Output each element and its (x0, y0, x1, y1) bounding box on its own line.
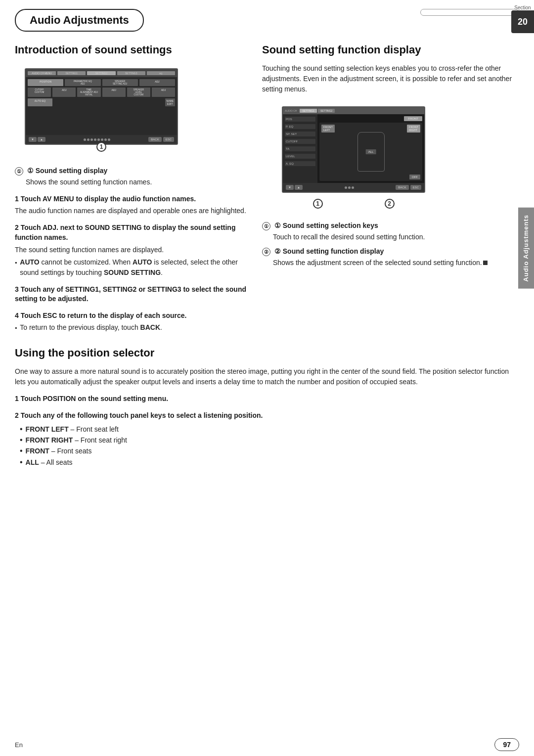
screen1-esc-btn: ESC (163, 137, 174, 142)
left-column: Introduction of sound settings AUDIO CH … (15, 37, 247, 333)
screen2-front-left: FRONTLEFT (321, 125, 335, 133)
section-label: Section (514, 5, 531, 10)
screen1-nav-arrows: ▼ ▲ (29, 137, 45, 142)
callout1-section: ① ① Sound setting display Shows the soun… (15, 167, 247, 187)
right-callout1-label: ① ① Sound setting selection keys (262, 222, 519, 230)
screen2-esc-btn: ESC (410, 185, 421, 190)
screen1-cell-spklv: SPEAKERLEVELCUSTOM (127, 88, 150, 97)
screen1-dots (84, 138, 110, 141)
step2-bullet: AUTO cannot be customized. When AUTO is … (15, 257, 247, 278)
right-callout2-section: ② ② Sound setting function display Shows… (262, 247, 519, 268)
end-square (483, 261, 488, 265)
screen1-dot3 (90, 138, 93, 141)
screen1-tab1: SETTING1 (57, 71, 86, 75)
step2-text: The sound setting function names are dis… (15, 245, 247, 255)
right-callout1-circle: ① (262, 222, 270, 230)
right-callout2-label: ② ② Sound setting function display (262, 247, 519, 256)
footer-page: 97 (494, 738, 519, 751)
screen2-dots (345, 186, 354, 189)
bullet-front-right: FRONT RIGHT – Front seat right (20, 435, 519, 445)
position-section: Using the position selector One way to a… (0, 333, 534, 468)
screen2-container: AUDIO CH SETTING1 SETTING2 POS P. EQ SP.… (272, 101, 425, 209)
screen1-extra: EQ (147, 71, 175, 75)
screen1-dot6 (101, 138, 103, 141)
screen1-topbar: AUDIO CH MENU SETTING1 SETTING2 SETTING3… (26, 69, 177, 77)
screen1-dot2 (87, 138, 89, 141)
screen1-cell-eq: PARAMETRIC EQADJ (65, 79, 100, 86)
screen2-diagram: FRONTLEFT FRONTRIGHT ALL OFF (319, 123, 422, 181)
rs-aeq: A. EQ (285, 161, 315, 166)
rs-cutoff: CUTOFF (285, 139, 315, 144)
screen2-audio-label: AUDIO CH (285, 109, 297, 112)
right-callout2-circle: ② (262, 248, 270, 256)
bullet-all: ALL – All seats (20, 457, 519, 468)
position-step2: 2 Touch any of the following touch panel… (15, 411, 519, 421)
screen2-image: AUDIO CH SETTING1 SETTING2 POS P. EQ SP.… (282, 106, 425, 193)
page-title: Audio Adjustments (15, 9, 144, 32)
step1-heading: 1 Touch AV MENU to display the audio fun… (15, 194, 247, 204)
right-column: Sound setting function display Touching … (262, 37, 519, 333)
screen2-right-panel: FRONT FRONTLEFT FRONTRIGHT ALL OFF (317, 114, 424, 183)
screen2-left-panel: POS P. EQ SP. SET CUTOFF TA LEVEL A. EQ (283, 114, 317, 183)
screen1-cell-adj3: ADJ (102, 88, 126, 97)
step4-bullet: To return to the previous display, touch… (15, 322, 247, 333)
footer-lang: En (15, 741, 23, 749)
screen1-row2: CUTOFFCUSTOM ADJ TIMEALIGNMENT ADJINITIA… (28, 88, 175, 97)
intro-section-title: Introduction of sound settings (15, 44, 247, 56)
side-tab: Audio Adjustments (518, 208, 534, 289)
screen2-top-btns: FRONT (319, 116, 422, 121)
callout1-text: Shows the sound setting function names. (26, 177, 247, 187)
position-section-title: Using the position selector (15, 347, 519, 359)
screen2-back-btn: BACK (396, 185, 408, 190)
screen1-esc-btns: BACK ESC (148, 137, 174, 142)
screen1-name-edit-btn: NAMEEDIT (165, 98, 175, 106)
screen2-off-btn: OFF (409, 175, 420, 179)
step2-heading: 2 Touch ADJ. next to SOUND SETTING to di… (15, 223, 247, 242)
rs-level: LEVEL (285, 154, 315, 159)
screen1-tab2: SETTING2 (87, 71, 115, 75)
screen1-dot8 (108, 138, 110, 141)
step4-heading: 4 Touch ESC to return to the display of … (15, 311, 247, 321)
screen1-body: POSITION PARAMETRIC EQADJ SPEAKERSETTING… (26, 77, 177, 135)
screen2-tab1: SETTING1 (300, 109, 316, 113)
screen1-dot4 (94, 138, 96, 141)
screen1-cell-cutoff: CUTOFFCUSTOM (28, 88, 51, 97)
rs-peq: P. EQ (285, 124, 315, 129)
sound-function-title: Sound setting function display (262, 44, 519, 56)
screen1-name-edit: NAMEEDIT (54, 98, 175, 106)
section-badge: Section 20 (511, 5, 534, 33)
right-callout1-section: ① ① Sound setting selection keys Touch t… (262, 222, 519, 242)
callout-2-right: 2 (385, 199, 395, 209)
screen2-callouts: 1 2 (282, 199, 425, 209)
screen2-arrow-up: ▲ (295, 185, 303, 190)
screen2-tab2: SETTING2 (318, 109, 335, 113)
rs-pos: POS (285, 117, 315, 122)
position-intro: One way to assure a more natural sound i… (15, 366, 519, 387)
screen1-cell-adj4: ADJ (152, 88, 175, 97)
screen2-all-btn: ALL (366, 149, 376, 154)
screen1-grid: POSITION PARAMETRIC EQADJ SPEAKERSETTING… (26, 77, 177, 135)
screen1-dot5 (97, 138, 100, 141)
bullet-front: FRONT – Front seats (20, 445, 519, 456)
screen2-topbar: AUDIO CH SETTING1 SETTING2 (283, 107, 424, 114)
screen2-arrow-dn: ▼ (286, 185, 294, 190)
section-indicator (420, 9, 519, 16)
position-step1: 1 Touch POSITION on the sound setting me… (15, 394, 519, 404)
screen1-cell-position: POSITION (28, 79, 63, 86)
screen1-cell-autoeq: AUTO EQ (28, 98, 52, 106)
screen1-tab3: SETTING3 (117, 71, 145, 75)
screen1-arrow-up: ▲ (38, 137, 45, 142)
rs-ta: TA (285, 146, 315, 151)
top-bar: Audio Adjustments (0, 0, 534, 32)
step3-heading: 3 Touch any of SETTING1, SETTING2 or SET… (15, 285, 247, 304)
screen1-dot1 (84, 138, 86, 141)
screen1-row3: AUTO EQ NAMEEDIT (28, 98, 175, 106)
callout1-number: 1 (96, 142, 106, 152)
screen1-arrow-down: ▼ (29, 137, 37, 142)
screen2-dot3 (352, 186, 354, 189)
screen1-image: AUDIO CH MENU SETTING1 SETTING2 SETTING3… (25, 68, 178, 145)
screen2-bottombar: ▼ ▲ BACK ESC (283, 183, 424, 192)
callout1-circle: ① (15, 167, 23, 176)
sound-function-intro: Touching the sound setting selection key… (262, 63, 519, 94)
screen2-front-btn: FRONT (404, 116, 422, 121)
